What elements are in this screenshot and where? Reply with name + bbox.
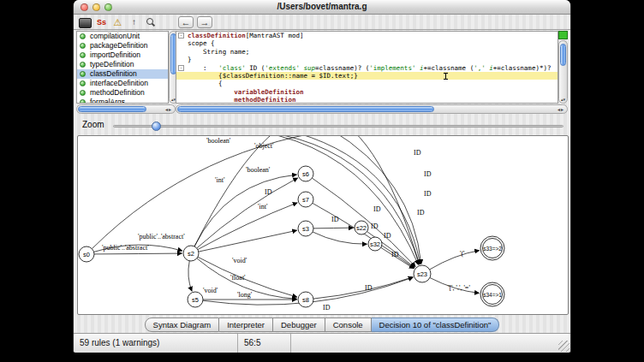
rule-item-methodDefinition[interactable]: methodDefinition [77,88,168,98]
editor-line[interactable]: - : 'class' ID ('extends' sup=classname)… [176,64,558,72]
scroll-arrows-icon[interactable]: ◂▸ [165,105,172,114]
rules-list[interactable]: compilationUnitpackageDefinitionimportDe… [76,31,169,104]
find-icon[interactable] [144,16,157,28]
dfa-state-s3[interactable]: s3 [298,221,313,236]
minimize-button[interactable] [92,3,100,11]
status-bar: 59 rules (1 warnings) 56:5 [74,333,570,353]
editor-line[interactable]: variableDefinition [176,88,558,96]
zoom-slider-thumb[interactable] [152,122,161,131]
rule-item-classDefinition[interactable]: classDefinition [77,69,168,79]
rule-label: formalArgs [90,98,125,104]
rule-item-typeDefinition[interactable]: typeDefinition [77,60,168,69]
rule-label: interfaceDefinition [90,79,148,87]
svg-text:s23: s23 [417,270,427,278]
dfa-state-s0[interactable]: s0 [79,246,94,262]
dfa-edge-label: ID [323,304,331,312]
dfa-edge-label: 'int' [258,203,268,211]
rule-label: packageDefinition [90,41,148,50]
dfa-state-s7[interactable]: s7 [298,192,313,207]
dfa-edge-label: ID [371,223,379,230]
code-token: scope { [188,39,215,47]
editor-line[interactable]: methodDefinition [176,96,558,104]
dfa-state-s23[interactable]: s23 [414,265,431,282]
zoom-slider[interactable] [113,125,564,128]
console-icon[interactable] [79,16,92,28]
editor-vertical-scrollbar[interactable]: ▴▾ [558,40,568,104]
tab-syntax-diagram[interactable]: Syntax Diagram [145,317,220,332]
title-bar[interactable]: /Users/bovet/mantra.g [74,0,570,15]
tab-interpreter[interactable]: Interpreter [219,317,273,332]
rule-icon [80,99,86,104]
scroll-arrows-icon[interactable]: ◂▸ [558,105,564,114]
editor-line[interactable]: { [176,80,558,87]
warning-icon[interactable]: ⚠ [111,16,124,28]
dfa-state-s34[interactable]: s34=>1 [480,282,504,306]
scroll-arrows-icon[interactable]: ▴▾ [559,98,567,102]
code-token [188,88,234,96]
dfa-state-s2[interactable]: s2 [183,246,199,261]
syntax-coloring-icon[interactable]: Ss [95,16,108,28]
dfa-state-s22[interactable]: s22 [355,221,368,234]
editor-line[interactable]: {$classDefinition::name = $ID.text;} [176,72,558,80]
dfa-edge [313,203,414,268]
dfa-edge [194,175,297,246]
editor-line[interactable]: scope { [176,39,558,47]
rules-count-status: 59 rules (1 warnings) [74,334,238,353]
dfa-state-s32[interactable]: s32 [368,237,382,251]
zoom-button[interactable] [104,3,112,11]
code-token: methodDefinition [234,96,295,104]
rule-item-importDefinition[interactable]: importDefinition [77,50,168,60]
antlrworks-window: /Users/bovet/mantra.g Ss⚠↑←→ compilation… [73,0,571,353]
tab-debugger[interactable]: Debugger [273,317,325,332]
code-token: : [188,64,218,72]
code-token: ID ( [246,64,265,72]
back-button[interactable]: ← [178,16,194,28]
rule-item-compilationUnit[interactable]: compilationUnit [77,32,168,41]
dfa-state-s33[interactable]: s33=>2 [480,236,504,260]
rule-label: importDefinition [90,50,140,59]
rule-label: classDefinition [90,69,137,78]
rule-item-formalArgs[interactable]: formalArgs [77,98,168,104]
dfa-edge-label: ID [424,170,432,178]
dfa-edge [197,178,298,248]
resize-grip-icon[interactable] [558,341,569,352]
code-token: 'implements' [369,64,415,72]
code-token: [MantraAST mod] [246,32,304,39]
code-token: +=classname ( [423,64,474,72]
editor-line[interactable]: String name; [176,48,558,56]
dfa-state-s8[interactable]: s8 [298,292,313,307]
fold-toggle-icon[interactable]: - [178,65,184,71]
scroll-thumb[interactable] [560,44,566,66]
rule-item-packageDefinition[interactable]: packageDefinition [77,41,168,50]
dfa-edge-label: 'long' [237,291,253,299]
dfa-edge-label: ID [384,232,391,240]
tab-decision-10-of-classdefinition[interactable]: Decision 10 of "classDefinition" [372,317,500,332]
dfa-state-s5[interactable]: s5 [188,292,203,307]
scroll-thumb[interactable] [177,106,434,112]
dfa-edge-label: 'void' [232,257,247,264]
close-button[interactable] [80,3,88,11]
scroll-thumb[interactable] [78,106,146,112]
fold-toggle-icon[interactable]: - [178,33,184,39]
grammar-editor[interactable]: -classDefinition[MantraAST mod]scope { S… [176,31,558,104]
svg-text:s3: s3 [302,225,309,233]
rule-item-interfaceDefinition[interactable]: interfaceDefinition [77,79,168,88]
dfa-edge-label: 'public'..'abstract' [138,233,185,240]
editor-line[interactable]: } [176,56,558,63]
dfa-edge-label: ID [414,149,421,157]
dfa-edge-label: 'object' [254,142,274,150]
dfa-edge [198,203,297,250]
export-icon[interactable]: ↑ [128,16,140,28]
rules-horizontal-scrollbar[interactable]: ◂▸ [76,104,176,114]
editor-horizontal-scrollbar[interactable]: ◂▸ [176,104,568,114]
code-token: } [188,56,192,63]
tab-console[interactable]: Console [325,317,372,332]
rule-icon [80,62,86,68]
dfa-state-s6[interactable]: s6 [298,166,313,181]
text-cursor-icon [444,73,448,80]
dfa-edge-label: 'boolean' [206,137,231,145]
forward-button[interactable]: → [197,16,212,28]
editor-line[interactable]: -classDefinition[MantraAST mod] [176,32,558,39]
dfa-edge [313,277,413,299]
cursor-position-status: 56:5 [238,334,291,353]
